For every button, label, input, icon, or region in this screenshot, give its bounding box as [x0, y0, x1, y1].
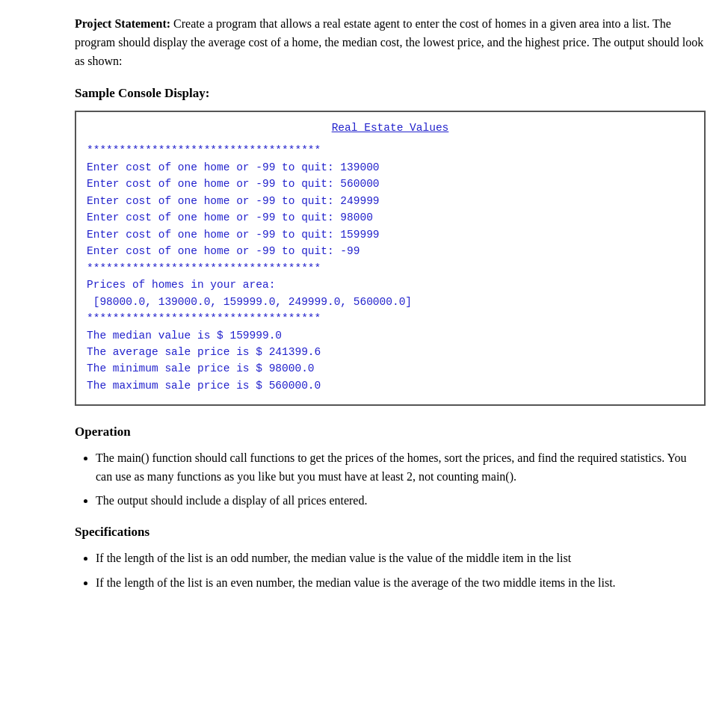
stat-line: The maximum sale price is $ 560000.0 [87, 377, 694, 394]
operation-section: Operation The main() function should cal… [75, 422, 706, 510]
prices-list: [98000.0, 139000.0, 159999.0, 249999.0, … [87, 294, 694, 310]
input-line: Enter cost of one home or -99 to quit: 5… [87, 176, 694, 192]
project-statement-label: Project Statement: [75, 17, 170, 30]
input-line: Enter cost of one home or -99 to quit: -… [87, 243, 694, 259]
stat-line: The median value is $ 159999.0 [87, 327, 694, 344]
specifications-list: If the length of the list is an odd numb… [75, 549, 706, 593]
specifications-heading: Specifications [75, 522, 706, 542]
stats-lines: The median value is $ 159999.0The averag… [87, 327, 694, 395]
stars-row-3: ************************************ [87, 310, 694, 327]
stars-row-2: ************************************ [87, 260, 694, 277]
specifications-section: Specifications If the length of the list… [75, 522, 706, 592]
stat-line: The average sale price is $ 241399.6 [87, 344, 694, 360]
list-item: The main() function should call function… [96, 449, 706, 487]
console-display: Real Estate Values *********************… [75, 111, 706, 407]
stat-line: The minimum sale price is $ 98000.0 [87, 360, 694, 377]
prices-label: Prices of homes in your area: [87, 277, 694, 293]
input-line: Enter cost of one home or -99 to quit: 2… [87, 193, 694, 209]
list-item: The output should include a display of a… [96, 492, 706, 510]
list-item: If the length of the list is an even num… [96, 574, 706, 593]
stars-row-1: ************************************ [87, 142, 694, 158]
input-line: Enter cost of one home or -99 to quit: 1… [87, 226, 694, 243]
console-title: Real Estate Values [87, 120, 694, 136]
input-lines: Enter cost of one home or -99 to quit: 1… [87, 159, 694, 260]
input-line: Enter cost of one home or -99 to quit: 9… [87, 209, 694, 226]
list-item: If the length of the list is an odd numb… [96, 549, 706, 568]
input-line: Enter cost of one home or -99 to quit: 1… [87, 159, 694, 176]
project-statement: Project Statement: Create a program that… [75, 15, 706, 70]
operation-list: The main() function should call function… [75, 449, 706, 510]
sample-console-heading: Sample Console Display: [75, 84, 706, 103]
operation-heading: Operation [75, 422, 706, 442]
